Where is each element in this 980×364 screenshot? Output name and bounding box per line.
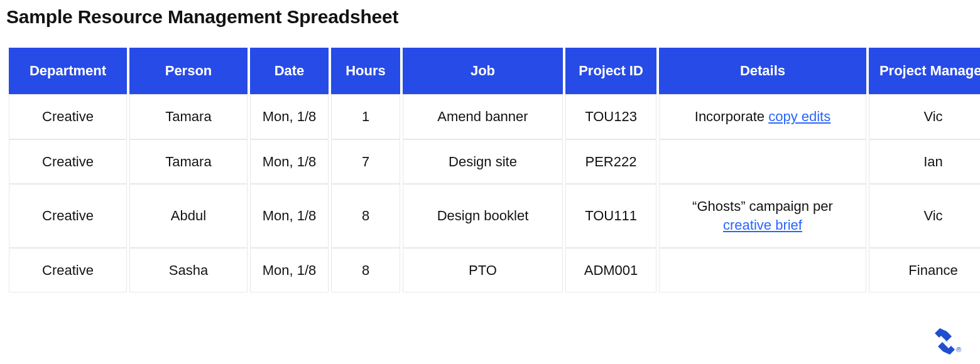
table-header-row: Department Person Date Hours Job Project… (9, 48, 980, 94)
cell-details: Incorporate copy edits (659, 94, 866, 139)
table-row: Creative Abdul Mon, 1/8 8 Design booklet… (9, 184, 980, 247)
cell-hours: 8 (331, 184, 400, 247)
cell-date: Mon, 1/8 (250, 139, 329, 185)
cell-person: Tamara (129, 139, 248, 185)
cell-department: Creative (9, 248, 127, 293)
cell-project-manager: Vic (869, 94, 980, 139)
cell-job: Amend banner (403, 94, 563, 139)
cell-project-id: PER222 (565, 139, 656, 185)
cell-project-id: TOU123 (565, 94, 656, 139)
cell-person: Abdul (129, 184, 248, 247)
details-link[interactable]: copy edits (768, 109, 830, 124)
cell-project-id: TOU111 (565, 184, 656, 247)
col-header-project-manager: Project Manager (869, 48, 980, 94)
cell-department: Creative (9, 184, 127, 247)
cell-details (659, 248, 866, 293)
col-header-project-id: Project ID (565, 48, 656, 94)
col-header-hours: Hours (331, 48, 400, 94)
cell-project-id: ADM001 (565, 248, 656, 293)
table-row: Creative Sasha Mon, 1/8 8 PTO ADM001 Fin… (9, 248, 980, 293)
col-header-date: Date (250, 48, 329, 94)
toptal-icon (935, 328, 955, 355)
cell-department: Creative (9, 139, 127, 185)
cell-date: Mon, 1/8 (250, 94, 329, 139)
cell-date: Mon, 1/8 (250, 184, 329, 247)
cell-details (659, 139, 866, 185)
page-title: Sample Resource Management Spreadsheet (6, 6, 974, 28)
cell-hours: 7 (331, 139, 400, 185)
cell-hours: 8 (331, 248, 400, 293)
cell-project-manager: Finance (869, 248, 980, 293)
cell-project-manager: Vic (869, 184, 980, 247)
brand-logo: ® (935, 328, 961, 355)
cell-person: Tamara (129, 94, 248, 139)
registered-mark: ® (956, 346, 961, 355)
cell-person: Sasha (129, 248, 248, 293)
col-header-details: Details (659, 48, 866, 94)
table-row: Creative Tamara Mon, 1/8 1 Amend banner … (9, 94, 980, 139)
col-header-job: Job (403, 48, 563, 94)
resource-table: Department Person Date Hours Job Project… (6, 48, 980, 292)
details-prefix: Incorporate (695, 109, 768, 124)
cell-department: Creative (9, 94, 127, 139)
details-prefix: “Ghosts” campaign per (692, 198, 833, 214)
cell-hours: 1 (331, 94, 400, 139)
table-row: Creative Tamara Mon, 1/8 7 Design site P… (9, 139, 980, 185)
col-header-department: Department (9, 48, 127, 94)
cell-date: Mon, 1/8 (250, 248, 329, 293)
details-link[interactable]: creative brief (723, 217, 802, 233)
cell-job: Design booklet (403, 184, 563, 247)
col-header-person: Person (129, 48, 248, 94)
cell-details: “Ghosts” campaign per creative brief (659, 184, 866, 247)
cell-job: PTO (403, 248, 563, 293)
cell-project-manager: Ian (869, 139, 980, 185)
cell-job: Design site (403, 139, 563, 185)
